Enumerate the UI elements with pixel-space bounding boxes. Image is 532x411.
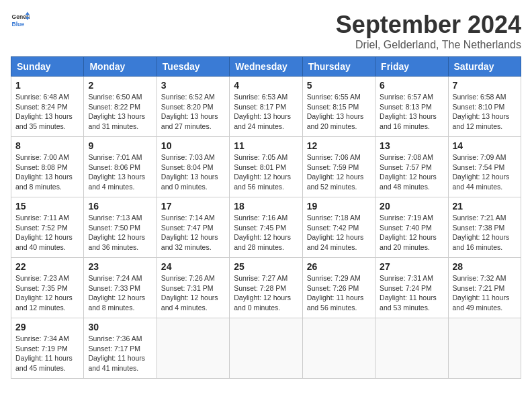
day-info: Sunrise: 7:34 AM Sunset: 7:19 PM Dayligh… xyxy=(15,334,79,373)
calendar-cell xyxy=(375,318,448,379)
day-info: Sunrise: 7:16 AM Sunset: 7:45 PM Dayligh… xyxy=(234,213,298,253)
header: General Blue September 2024 Driel, Gelde… xyxy=(11,11,521,51)
column-header-tuesday: Tuesday xyxy=(157,57,229,77)
day-info: Sunrise: 7:06 AM Sunset: 7:59 PM Dayligh… xyxy=(307,152,371,192)
day-info: Sunrise: 6:48 AM Sunset: 8:24 PM Dayligh… xyxy=(15,92,79,132)
day-number: 12 xyxy=(307,140,371,151)
calendar-cell: 10Sunrise: 7:03 AM Sunset: 8:04 PM Dayli… xyxy=(157,137,229,197)
column-header-monday: Monday xyxy=(84,57,157,77)
day-info: Sunrise: 7:19 AM Sunset: 7:40 PM Dayligh… xyxy=(380,213,443,253)
calendar-cell: 18Sunrise: 7:16 AM Sunset: 7:45 PM Dayli… xyxy=(230,197,302,258)
day-number: 16 xyxy=(88,201,152,212)
calendar-cell: 30Sunrise: 7:36 AM Sunset: 7:17 PM Dayli… xyxy=(84,318,157,379)
month-title: September 2024 xyxy=(336,11,521,39)
day-info: Sunrise: 7:18 AM Sunset: 7:42 PM Dayligh… xyxy=(307,213,371,253)
day-info: Sunrise: 7:32 AM Sunset: 7:21 PM Dayligh… xyxy=(453,273,517,313)
calendar-cell: 2Sunrise: 6:50 AM Sunset: 8:22 PM Daylig… xyxy=(84,77,157,137)
calendar-cell: 12Sunrise: 7:06 AM Sunset: 7:59 PM Dayli… xyxy=(302,137,375,197)
day-info: Sunrise: 7:00 AM Sunset: 8:08 PM Dayligh… xyxy=(15,152,79,192)
calendar-cell xyxy=(230,318,302,379)
day-number: 27 xyxy=(380,261,443,272)
day-number: 26 xyxy=(307,261,371,272)
calendar-cell: 21Sunrise: 7:21 AM Sunset: 7:38 PM Dayli… xyxy=(448,197,521,258)
calendar-cell: 15Sunrise: 7:11 AM Sunset: 7:52 PM Dayli… xyxy=(11,197,84,258)
day-info: Sunrise: 7:14 AM Sunset: 7:47 PM Dayligh… xyxy=(161,213,225,253)
column-header-sunday: Sunday xyxy=(11,57,84,77)
calendar-cell xyxy=(302,318,375,379)
day-info: Sunrise: 6:58 AM Sunset: 8:10 PM Dayligh… xyxy=(453,92,517,132)
day-number: 22 xyxy=(15,261,79,272)
calendar-cell: 14Sunrise: 7:09 AM Sunset: 7:54 PM Dayli… xyxy=(448,137,521,197)
calendar-week-row: 15Sunrise: 7:11 AM Sunset: 7:52 PM Dayli… xyxy=(11,197,521,258)
calendar-cell: 1Sunrise: 6:48 AM Sunset: 8:24 PM Daylig… xyxy=(11,77,84,137)
calendar-cell: 26Sunrise: 7:29 AM Sunset: 7:26 PM Dayli… xyxy=(302,258,375,318)
day-number: 19 xyxy=(307,201,371,212)
calendar-cell: 16Sunrise: 7:13 AM Sunset: 7:50 PM Dayli… xyxy=(84,197,157,258)
day-number: 3 xyxy=(161,80,225,91)
day-info: Sunrise: 7:01 AM Sunset: 8:06 PM Dayligh… xyxy=(88,152,152,192)
calendar-cell: 11Sunrise: 7:05 AM Sunset: 8:01 PM Dayli… xyxy=(230,137,302,197)
calendar-week-row: 22Sunrise: 7:23 AM Sunset: 7:35 PM Dayli… xyxy=(11,258,521,318)
day-info: Sunrise: 7:31 AM Sunset: 7:24 PM Dayligh… xyxy=(380,273,443,313)
calendar-week-row: 1Sunrise: 6:48 AM Sunset: 8:24 PM Daylig… xyxy=(11,77,521,137)
day-number: 1 xyxy=(15,80,79,91)
day-number: 4 xyxy=(234,80,298,91)
day-info: Sunrise: 7:26 AM Sunset: 7:31 PM Dayligh… xyxy=(161,273,225,313)
calendar-cell: 6Sunrise: 6:57 AM Sunset: 8:13 PM Daylig… xyxy=(375,77,448,137)
day-info: Sunrise: 7:11 AM Sunset: 7:52 PM Dayligh… xyxy=(15,213,79,253)
calendar-cell: 4Sunrise: 6:53 AM Sunset: 8:17 PM Daylig… xyxy=(230,77,302,137)
day-number: 5 xyxy=(307,80,371,91)
day-info: Sunrise: 7:03 AM Sunset: 8:04 PM Dayligh… xyxy=(161,152,225,192)
day-number: 7 xyxy=(453,80,517,91)
location-subtitle: Driel, Gelderland, The Netherlands xyxy=(336,39,521,51)
day-info: Sunrise: 7:29 AM Sunset: 7:26 PM Dayligh… xyxy=(307,273,371,313)
logo-icon: General Blue xyxy=(11,11,30,30)
calendar-cell: 8Sunrise: 7:00 AM Sunset: 8:08 PM Daylig… xyxy=(11,137,84,197)
day-info: Sunrise: 7:24 AM Sunset: 7:33 PM Dayligh… xyxy=(88,273,152,313)
day-number: 23 xyxy=(88,261,152,272)
day-number: 9 xyxy=(88,140,152,151)
day-number: 29 xyxy=(15,322,79,332)
day-number: 13 xyxy=(380,140,443,151)
title-area: September 2024 Driel, Gelderland, The Ne… xyxy=(336,11,521,51)
calendar-cell: 7Sunrise: 6:58 AM Sunset: 8:10 PM Daylig… xyxy=(448,77,521,137)
day-number: 14 xyxy=(453,140,517,151)
logo: General Blue xyxy=(11,11,32,30)
calendar-header-row: SundayMondayTuesdayWednesdayThursdayFrid… xyxy=(11,57,521,77)
calendar-cell: 5Sunrise: 6:55 AM Sunset: 8:15 PM Daylig… xyxy=(302,77,375,137)
day-number: 6 xyxy=(380,80,443,91)
day-number: 30 xyxy=(88,322,152,332)
calendar-cell: 20Sunrise: 7:19 AM Sunset: 7:40 PM Dayli… xyxy=(375,197,448,258)
day-info: Sunrise: 6:52 AM Sunset: 8:20 PM Dayligh… xyxy=(161,92,225,132)
day-info: Sunrise: 6:55 AM Sunset: 8:15 PM Dayligh… xyxy=(307,92,371,132)
calendar-table: SundayMondayTuesdayWednesdayThursdayFrid… xyxy=(11,56,521,379)
calendar-cell: 9Sunrise: 7:01 AM Sunset: 8:06 PM Daylig… xyxy=(84,137,157,197)
day-number: 10 xyxy=(161,140,225,151)
day-info: Sunrise: 7:08 AM Sunset: 7:57 PM Dayligh… xyxy=(380,152,443,192)
day-info: Sunrise: 6:57 AM Sunset: 8:13 PM Dayligh… xyxy=(380,92,443,132)
day-info: Sunrise: 6:50 AM Sunset: 8:22 PM Dayligh… xyxy=(88,92,152,132)
calendar-cell: 25Sunrise: 7:27 AM Sunset: 7:28 PM Dayli… xyxy=(230,258,302,318)
day-number: 15 xyxy=(15,201,79,212)
day-info: Sunrise: 7:05 AM Sunset: 8:01 PM Dayligh… xyxy=(234,152,298,192)
day-number: 20 xyxy=(380,201,443,212)
day-info: Sunrise: 7:36 AM Sunset: 7:17 PM Dayligh… xyxy=(88,334,152,373)
calendar-cell: 27Sunrise: 7:31 AM Sunset: 7:24 PM Dayli… xyxy=(375,258,448,318)
calendar-cell xyxy=(448,318,521,379)
day-number: 25 xyxy=(234,261,298,272)
calendar-cell: 24Sunrise: 7:26 AM Sunset: 7:31 PM Dayli… xyxy=(157,258,229,318)
column-header-friday: Friday xyxy=(375,57,448,77)
column-header-saturday: Saturday xyxy=(448,57,521,77)
day-info: Sunrise: 7:21 AM Sunset: 7:38 PM Dayligh… xyxy=(453,213,517,253)
day-info: Sunrise: 7:27 AM Sunset: 7:28 PM Dayligh… xyxy=(234,273,298,313)
day-info: Sunrise: 7:09 AM Sunset: 7:54 PM Dayligh… xyxy=(453,152,517,192)
calendar-cell: 17Sunrise: 7:14 AM Sunset: 7:47 PM Dayli… xyxy=(157,197,229,258)
calendar-cell: 19Sunrise: 7:18 AM Sunset: 7:42 PM Dayli… xyxy=(302,197,375,258)
day-number: 24 xyxy=(161,261,225,272)
calendar-week-row: 29Sunrise: 7:34 AM Sunset: 7:19 PM Dayli… xyxy=(11,318,521,379)
calendar-cell xyxy=(157,318,229,379)
calendar-cell: 23Sunrise: 7:24 AM Sunset: 7:33 PM Dayli… xyxy=(84,258,157,318)
calendar-cell: 29Sunrise: 7:34 AM Sunset: 7:19 PM Dayli… xyxy=(11,318,84,379)
day-number: 18 xyxy=(234,201,298,212)
day-info: Sunrise: 6:53 AM Sunset: 8:17 PM Dayligh… xyxy=(234,92,298,132)
